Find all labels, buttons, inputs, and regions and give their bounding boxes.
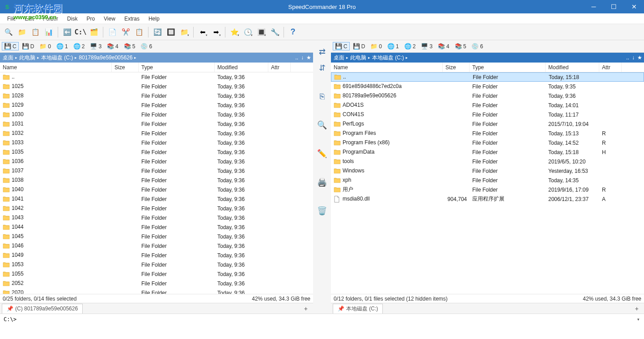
folder-row[interactable]: 用户File Folder2019/9/16, 17:09R xyxy=(331,185,644,194)
menu-pro[interactable]: Pro xyxy=(82,14,99,24)
folder-row[interactable]: 1041File FolderToday, 9:36 xyxy=(0,194,313,204)
target-left-icon[interactable]: ⬅️ xyxy=(61,26,73,38)
folder-row[interactable]: WindowsFile FolderYesterday, 16:53 xyxy=(331,166,644,176)
folder-row[interactable]: 1036File FolderToday, 9:36 xyxy=(0,157,313,166)
menu-file[interactable]: File xyxy=(3,14,20,24)
menu-help[interactable]: Help xyxy=(144,14,164,24)
menu-edit[interactable]: Edit xyxy=(20,14,38,24)
path-favorite-icon[interactable]: ★ xyxy=(306,54,311,61)
drive-0[interactable]: 📁0 xyxy=(368,42,384,50)
edit-file-icon[interactable]: ✏️ xyxy=(315,146,329,161)
folder-row[interactable]: 1045File FolderToday, 9:36 xyxy=(0,232,313,241)
equal-panels-icon[interactable]: ⇵ xyxy=(315,61,329,75)
print-icon[interactable]: 🖨️ xyxy=(315,175,329,189)
path-history-icon[interactable]: ↓ xyxy=(301,54,304,61)
tools-icon[interactable]: 🔧▾ xyxy=(269,26,280,38)
right-file-list[interactable]: ..File FolderToday, 15:18691e859d4886c7e… xyxy=(331,72,644,294)
drive-0[interactable]: 📁0 xyxy=(37,42,53,50)
folder-row[interactable]: 1030File FolderToday, 9:36 xyxy=(0,110,313,119)
drive-D[interactable]: 💾D xyxy=(20,42,37,50)
left-file-list[interactable]: ..File FolderToday, 9:361025File FolderT… xyxy=(0,72,313,294)
copy-to-icon[interactable]: ⎘ xyxy=(315,89,329,104)
drive-3[interactable]: 🖥️3 xyxy=(88,42,104,50)
folder-row[interactable]: 1044File FolderToday, 9:36 xyxy=(0,222,313,232)
drive-D[interactable]: 💾D xyxy=(351,42,368,50)
col-size-header[interactable]: Size xyxy=(443,63,470,72)
col-attr-header[interactable]: Attr xyxy=(599,63,622,72)
folder-row[interactable]: 1049File FolderToday, 9:36 xyxy=(0,251,313,260)
drive-1[interactable]: 🌐1 xyxy=(54,42,70,50)
folder-row[interactable]: 1031File FolderToday, 9:36 xyxy=(0,119,313,129)
col-name-header[interactable]: Name xyxy=(0,63,112,72)
folder-row[interactable]: 691e859d4886c7ed2c0aFile FolderToday, 9:… xyxy=(331,82,644,91)
breadcrumb-segment[interactable]: 此电脑 xyxy=(350,54,366,62)
col-name-header[interactable]: Name xyxy=(331,63,443,72)
folder-row[interactable]: 1043File FolderToday, 9:36 xyxy=(0,213,313,222)
folder-row[interactable]: 1037File FolderToday, 9:36 xyxy=(0,166,313,176)
menu-extras[interactable]: Extras xyxy=(120,14,144,24)
drive-1[interactable]: 🌐1 xyxy=(385,42,401,50)
delete-icon[interactable]: 🗑️ xyxy=(315,204,329,218)
folder-row[interactable]: Program Files (x86)File FolderToday, 14:… xyxy=(331,138,644,147)
drive-6[interactable]: 💿6 xyxy=(138,42,154,50)
paste-icon[interactable]: 📋 xyxy=(133,26,145,38)
nav-back-icon[interactable]: ⬅▾ xyxy=(197,26,208,38)
menu-disk[interactable]: Disk xyxy=(63,14,82,24)
sync-panels-icon[interactable]: 📋 xyxy=(30,26,41,38)
compare-icon[interactable]: 🔲 xyxy=(165,26,177,38)
folder-row[interactable]: 801789a9e59e005626File FolderToday, 9:36 xyxy=(331,91,644,100)
minimize-button[interactable]: ─ xyxy=(584,0,604,13)
command-line-input[interactable] xyxy=(2,315,634,323)
col-modified-header[interactable]: Modified xyxy=(546,63,599,72)
drive-5[interactable]: 📚5 xyxy=(453,42,469,50)
folder-row[interactable]: 1040File FolderToday, 9:36 xyxy=(0,185,313,194)
left-add-tab-button[interactable]: + xyxy=(301,305,310,312)
folder-row[interactable]: ADO41SFile FolderToday, 14:01 xyxy=(331,100,644,110)
breadcrumb-segment[interactable]: 桌面 xyxy=(3,54,13,62)
activity-icon[interactable]: 📊 xyxy=(43,26,55,38)
swap-panels-icon[interactable]: ⇄ xyxy=(315,45,329,59)
col-modified-header[interactable]: Modified xyxy=(215,63,268,72)
breadcrumb-segment[interactable]: 801789a9e59e005626 xyxy=(79,54,132,61)
drive-5[interactable]: 📚5 xyxy=(122,42,138,50)
maximize-button[interactable]: ☐ xyxy=(604,0,624,13)
breadcrumb-segment[interactable]: 本地磁盘 (C:) xyxy=(372,54,404,62)
folder-row[interactable]: 2070File FolderToday, 9:36 xyxy=(0,288,313,294)
view-file-icon[interactable]: 🔍 xyxy=(315,118,329,132)
command-history-dropdown-icon[interactable]: ▾ xyxy=(634,317,642,322)
folder-row[interactable]: 1033File FolderToday, 9:36 xyxy=(0,138,313,147)
folder-row[interactable]: 1025File FolderToday, 9:36 xyxy=(0,82,313,91)
new-folder-icon[interactable]: 📁▾ xyxy=(178,26,190,38)
drive-4[interactable]: 📚4 xyxy=(105,42,121,50)
right-path-bar[interactable]: 桌面▸此电脑▸本地磁盘 (C:)▸ .. ↓ ★ xyxy=(331,53,644,63)
folder-row[interactable]: ..File FolderToday, 9:36 xyxy=(0,72,313,82)
col-type-header[interactable]: Type xyxy=(139,63,215,72)
folder-row[interactable]: 1035File FolderToday, 9:36 xyxy=(0,147,313,157)
close-button[interactable]: ✕ xyxy=(624,0,644,13)
open-explorer-icon[interactable]: 🗂️ xyxy=(88,26,100,38)
folder-row[interactable]: CON41SFile FolderToday, 11:17 xyxy=(331,110,644,119)
drive-4[interactable]: 📚4 xyxy=(436,42,452,50)
folder-row[interactable]: 1055File FolderToday, 9:36 xyxy=(0,269,313,279)
path-dropdown-icon[interactable]: .. xyxy=(295,54,298,61)
history-icon[interactable]: 🕓▾ xyxy=(242,26,254,38)
menu-folder[interactable]: Folder xyxy=(38,14,63,24)
drive-3[interactable]: 🖥️3 xyxy=(419,42,435,50)
folder-row[interactable]: 1029File FolderToday, 9:36 xyxy=(0,100,313,110)
copy-icon[interactable]: 📄 xyxy=(106,26,118,38)
breadcrumb-segment[interactable]: 本地磁盘 (C:) xyxy=(41,54,73,62)
folder-row[interactable]: 1038File FolderToday, 9:36 xyxy=(0,176,313,185)
path-history-icon[interactable]: ↓ xyxy=(632,54,635,61)
col-size-header[interactable]: Size xyxy=(112,63,139,72)
folder-row[interactable]: 1046File FolderToday, 9:36 xyxy=(0,241,313,251)
folder-row[interactable]: 1053File FolderToday, 9:36 xyxy=(0,260,313,269)
folder-row[interactable]: ProgramDataFile FolderToday, 15:18H xyxy=(331,147,644,157)
refresh-icon[interactable]: 🔄 xyxy=(152,26,163,38)
right-panel-tab[interactable]: 📌 本地磁盘 (C:) xyxy=(333,304,383,314)
folder-row[interactable]: ..File FolderToday, 15:18 xyxy=(331,72,644,82)
col-type-header[interactable]: Type xyxy=(470,63,546,72)
left-panel-tab[interactable]: 📌 (C) 801789a9e59e005626 xyxy=(2,304,83,314)
drive-2[interactable]: 🌐2 xyxy=(71,42,87,50)
folder-row[interactable]: 1028File FolderToday, 9:36 xyxy=(0,91,313,100)
open-terminal-icon[interactable]: C:\ xyxy=(75,26,86,38)
